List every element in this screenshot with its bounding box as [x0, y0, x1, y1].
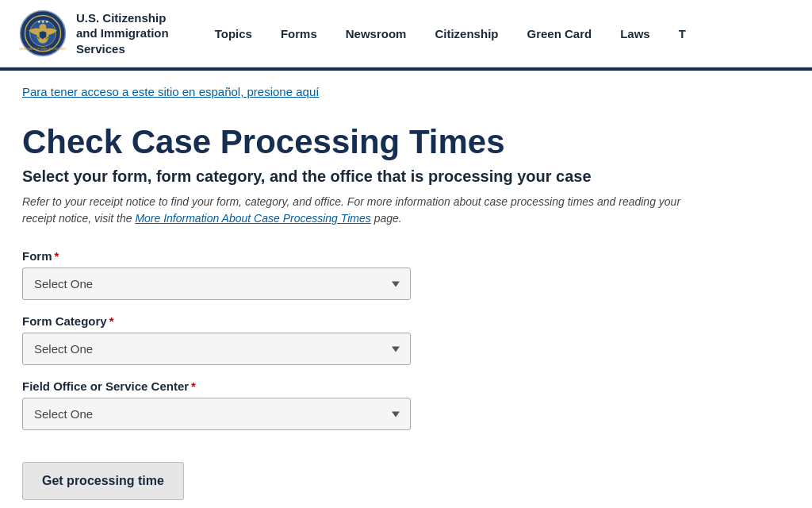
more-info-link[interactable]: More Information About Case Processing T…	[135, 212, 370, 225]
form-select[interactable]: Select One	[22, 267, 411, 300]
nav-more[interactable]: T	[665, 21, 700, 47]
nav-green-card[interactable]: Green Card	[512, 21, 606, 47]
logo-area: ★ ★ ★ DEPARTMENT OF HOMELAND SECURITY U.…	[19, 10, 169, 57]
description-text-after: page.	[371, 212, 402, 225]
form-field-label: Form*	[22, 249, 691, 263]
form-category-select-wrapper: Select One	[22, 333, 411, 365]
form-required-star: *	[55, 249, 59, 263]
page-subtitle: Select your form, form category, and the…	[22, 167, 691, 186]
page-description: Refer to your receipt notice to find you…	[22, 194, 691, 227]
nav-laws[interactable]: Laws	[606, 21, 665, 47]
uscis-seal-icon: ★ ★ ★ DEPARTMENT OF HOMELAND SECURITY	[19, 10, 67, 57]
svg-point-4	[40, 24, 47, 31]
site-header: ★ ★ ★ DEPARTMENT OF HOMELAND SECURITY U.…	[0, 0, 812, 67]
form-field-group: Form* Select One	[22, 249, 691, 300]
svg-text:DEPARTMENT OF HOMELAND SECURIT: DEPARTMENT OF HOMELAND SECURITY	[19, 48, 66, 51]
svg-text:★ ★ ★: ★ ★ ★	[37, 20, 50, 24]
form-category-select[interactable]: Select One	[22, 333, 411, 365]
nav-newsroom[interactable]: Newsroom	[331, 21, 421, 47]
field-office-field-group: Field Office or Service Center* Select O…	[22, 379, 691, 430]
nav-forms[interactable]: Forms	[266, 21, 331, 47]
field-office-select[interactable]: Select One	[22, 398, 411, 430]
page-title: Check Case Processing Times	[22, 123, 691, 161]
spanish-link[interactable]: Para tener acceso a este sitio en españo…	[22, 85, 319, 98]
logo-text: U.S. Citizenship and Immigration Service…	[76, 10, 169, 57]
get-processing-time-button[interactable]: Get processing time	[22, 462, 184, 500]
main-nav: Topics Forms Newsroom Citizenship Green …	[201, 21, 793, 47]
field-office-label: Field Office or Service Center*	[22, 379, 691, 393]
form-select-wrapper: Select One	[22, 267, 411, 300]
nav-citizenship[interactable]: Citizenship	[420, 21, 512, 47]
field-office-required-star: *	[191, 379, 196, 393]
main-content: Check Case Processing Times Select your …	[0, 107, 714, 508]
form-category-required-star: *	[109, 314, 114, 328]
nav-topics[interactable]: Topics	[201, 21, 266, 47]
form-category-label: Form Category*	[22, 314, 691, 328]
spanish-link-bar: Para tener acceso a este sitio en españo…	[0, 71, 812, 107]
field-office-select-wrapper: Select One	[22, 398, 411, 430]
form-category-field-group: Form Category* Select One	[22, 314, 691, 365]
